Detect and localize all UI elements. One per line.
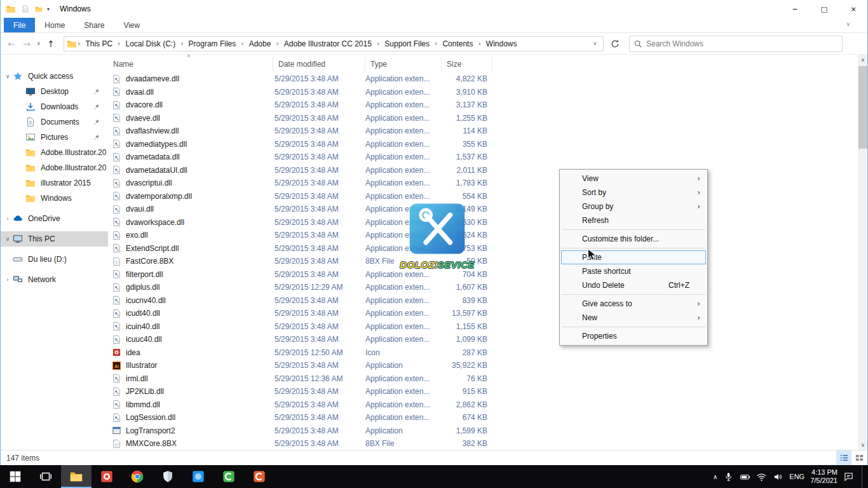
clock[interactable]: 4:13 PM 7/5/2021: [810, 468, 837, 485]
file-row[interactable]: MMXCore.8BX5/29/2015 3:48 AM8BX File382 …: [108, 437, 858, 450]
refresh-icon[interactable]: [610, 39, 620, 49]
language-indicator[interactable]: ENG: [789, 473, 804, 480]
file-row[interactable]: dvaeve.dll5/29/2015 3:48 AMApplication e…: [108, 112, 858, 125]
details-view-button[interactable]: [836, 451, 851, 465]
context-menu-item-refresh[interactable]: Refresh: [561, 214, 706, 227]
file-row[interactable]: dvametadataUI.dll5/29/2015 3:48 AMApplic…: [108, 164, 858, 177]
column-header-date-modified[interactable]: Date modified: [273, 57, 365, 71]
file-row[interactable]: libmmd.dll5/29/2015 3:48 AMApplication e…: [108, 398, 858, 412]
file-row[interactable]: ExtendScript.dll5/29/2015 3:48 AMApplica…: [108, 242, 858, 255]
sidebar-item-adobe-illustrator-20[interactable]: Adobe.Illustrator.20: [0, 160, 108, 175]
file-row[interactable]: icuin40.dll5/29/2015 3:48 AMApplication …: [108, 320, 858, 334]
tab-share[interactable]: Share: [74, 18, 114, 32]
file-row[interactable]: idea5/29/2015 12:50 AMIcon287 KB: [108, 346, 858, 360]
taskbar-app-blue-button[interactable]: [183, 465, 214, 488]
context-menu-item-sort-by[interactable]: Sort by›: [561, 186, 706, 200]
scrollbar-thumb[interactable]: [858, 66, 867, 149]
scroll-down-icon[interactable]: ∨: [858, 440, 868, 450]
context-menu-item-customize-this-folder[interactable]: Customize this folder...: [561, 232, 706, 246]
context-menu-item-view[interactable]: View›: [561, 172, 706, 186]
context-menu-item-new[interactable]: New›: [561, 311, 706, 325]
microphone-icon[interactable]: [723, 471, 734, 482]
task-view-button[interactable]: [31, 465, 61, 488]
forward-button[interactable]: →: [19, 39, 34, 49]
breadcrumb-item[interactable]: Contents: [438, 37, 477, 51]
sidebar-item-illustrator-2015[interactable]: illustrator 2015: [0, 175, 108, 191]
breadcrumb-item[interactable]: Local Disk (C:): [121, 37, 180, 51]
taskbar-defender-button[interactable]: [153, 465, 183, 488]
expand-down-icon[interactable]: ∨: [3, 236, 13, 242]
file-row[interactable]: dvaadameve.dll5/29/2015 3:48 AMApplicati…: [108, 72, 858, 86]
sidebar-item-du-lieu-d[interactable]: Du lieu (D:): [0, 252, 108, 267]
column-header-type[interactable]: Type: [365, 57, 442, 71]
file-row[interactable]: filterport.dll5/29/2015 3:48 AMApplicati…: [108, 268, 858, 281]
minimize-button[interactable]: ─: [780, 0, 810, 18]
tab-file[interactable]: File: [4, 18, 35, 32]
breadcrumb-item[interactable]: Adobe Illustrator CC 2015: [280, 37, 376, 51]
context-menu-item-undo-delete[interactable]: Undo DeleteCtrl+Z: [561, 278, 706, 292]
breadcrumb-item[interactable]: Windows: [482, 37, 522, 51]
file-row[interactable]: dvaai.dll5/29/2015 3:48 AMApplication ex…: [108, 86, 858, 99]
file-row[interactable]: dvaflashview.dll5/29/2015 3:48 AMApplica…: [108, 125, 858, 138]
context-menu-item-paste[interactable]: Paste: [561, 250, 706, 264]
context-menu-item-give-access-to[interactable]: Give access to›: [561, 297, 706, 311]
start-button[interactable]: [0, 465, 31, 488]
battery-icon[interactable]: [740, 471, 750, 482]
search-input[interactable]: [646, 39, 838, 48]
sidebar-item-desktop[interactable]: Desktop: [0, 84, 108, 99]
file-row[interactable]: dvamediatypes.dll5/29/2015 3:48 AMApplic…: [108, 138, 858, 151]
maximize-button[interactable]: □: [810, 0, 839, 18]
file-row[interactable]: AiIllustrator5/29/2015 3:48 AMApplicatio…: [108, 359, 858, 372]
action-center-icon[interactable]: [843, 471, 854, 482]
sidebar-item-windows[interactable]: Windows: [0, 191, 108, 206]
file-row[interactable]: dvaui.dll5/29/2015 3:48 AMApplication ex…: [108, 203, 858, 216]
file-row[interactable]: LogTransport25/29/2015 3:48 AMApplicatio…: [108, 424, 858, 438]
show-desktop-button[interactable]: [862, 465, 865, 488]
up-button[interactable]: ↑: [43, 39, 58, 49]
file-row[interactable]: dvatemporalxmp.dll5/29/2015 3:48 AMAppli…: [108, 190, 858, 203]
large-icons-view-button[interactable]: [851, 451, 867, 465]
file-row[interactable]: dvacore.dll5/29/2015 3:48 AMApplication …: [108, 98, 858, 112]
sidebar-item-downloads[interactable]: Downloads: [0, 99, 108, 114]
file-row[interactable]: icucnv40.dll5/29/2015 3:48 AMApplication…: [108, 294, 858, 308]
scroll-up-icon[interactable]: ∧: [858, 55, 868, 65]
file-row[interactable]: LogSession.dll5/29/2015 3:48 AMApplicati…: [108, 411, 858, 424]
file-row[interactable]: dvaworkspace.dll5/29/2015 3:48 AMApplica…: [108, 216, 858, 229]
context-menu-item-paste-shortcut[interactable]: Paste shortcut: [561, 264, 706, 278]
expand-right-icon[interactable]: ›: [3, 276, 13, 283]
address-dropdown-icon[interactable]: ∨: [593, 41, 600, 46]
ribbon-expand-icon[interactable]: ∨: [846, 21, 850, 27]
breadcrumb-item[interactable]: This PC: [81, 37, 117, 51]
file-row[interactable]: irml.dll5/29/2015 12:36 AMApplication ex…: [108, 372, 858, 386]
file-row[interactable]: icuuc40.dll5/29/2015 3:48 AMApplication …: [108, 333, 858, 346]
vertical-scrollbar[interactable]: ∧ ∨: [858, 55, 868, 450]
network-icon[interactable]: [756, 471, 767, 482]
taskbar-app-red-button[interactable]: [92, 465, 122, 488]
qat-properties-icon[interactable]: [22, 5, 29, 13]
sidebar-item-adobe-illustrator-20[interactable]: Adobe.Illustrator.20: [0, 145, 108, 160]
qat-customize-arrow-icon[interactable]: ▾: [47, 6, 50, 12]
sidebar-item-documents[interactable]: Documents: [0, 114, 108, 130]
sidebar-item-quick-access[interactable]: ∨Quick access: [0, 69, 108, 84]
breadcrumb-item[interactable]: Program Files: [184, 37, 241, 51]
sidebar-item-this-pc[interactable]: ∨This PC: [0, 231, 108, 247]
file-row[interactable]: gdiplus.dll5/29/2015 12:29 AMApplication…: [108, 281, 858, 294]
file-row[interactable]: icudt40.dll5/29/2015 3:48 AMApplication …: [108, 307, 858, 320]
context-menu-item-properties[interactable]: Properties: [561, 329, 706, 343]
column-header-size[interactable]: Size: [442, 57, 492, 71]
taskbar-coccoc-button[interactable]: [214, 465, 244, 488]
recent-locations-dropdown-icon[interactable]: ∨: [34, 41, 43, 46]
file-row[interactable]: dvametadata.dll5/29/2015 3:48 AMApplicat…: [108, 151, 858, 164]
expand-down-icon[interactable]: ∨: [3, 73, 13, 79]
tab-view[interactable]: View: [114, 18, 149, 32]
close-button[interactable]: ×: [839, 0, 868, 18]
breadcrumb-item[interactable]: Support Files: [380, 37, 434, 51]
tab-home[interactable]: Home: [35, 18, 74, 32]
taskbar-file-explorer-button[interactable]: [61, 465, 92, 488]
address-bar[interactable]: ›This PC›Local Disk (C:)›Program Files›A…: [64, 36, 604, 51]
file-row[interactable]: dvascriptui.dll5/29/2015 3:48 AMApplicat…: [108, 177, 858, 190]
volume-icon[interactable]: [773, 471, 783, 482]
file-row[interactable]: FastCore.8BX5/29/2015 3:48 AM8BX File50 …: [108, 255, 858, 268]
sidebar-item-onedrive[interactable]: ›OneDrive: [0, 211, 108, 226]
sidebar-item-pictures[interactable]: Pictures: [0, 130, 108, 145]
